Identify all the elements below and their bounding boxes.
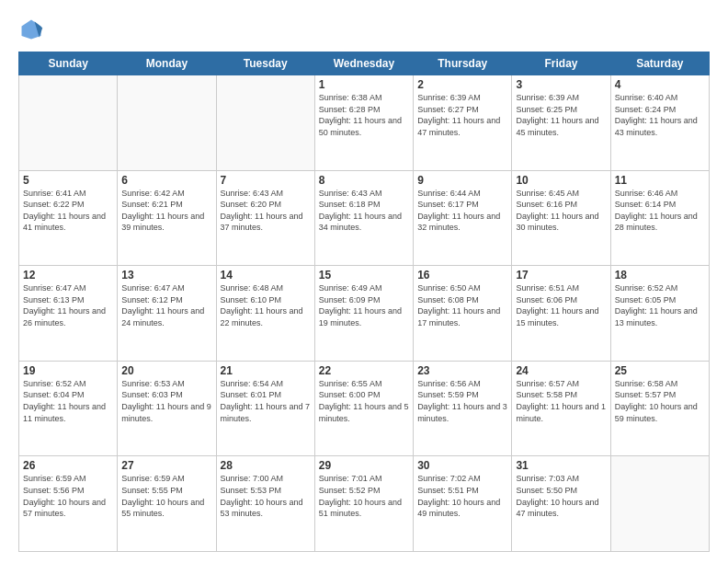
- day-info: Sunrise: 6:59 AM Sunset: 5:55 PM Dayligh…: [121, 473, 211, 519]
- day-number: 8: [319, 174, 409, 187]
- calendar-week-5: 26Sunrise: 6:59 AM Sunset: 5:56 PM Dayli…: [19, 456, 710, 552]
- calendar-cell: 20Sunrise: 6:53 AM Sunset: 6:03 PM Dayli…: [118, 361, 216, 456]
- calendar-cell: 4Sunrise: 6:40 AM Sunset: 6:24 PM Daylig…: [610, 75, 709, 171]
- calendar-cell: 15Sunrise: 6:49 AM Sunset: 6:09 PM Dayli…: [314, 266, 413, 362]
- calendar-cell: 26Sunrise: 6:59 AM Sunset: 5:56 PM Dayli…: [19, 456, 118, 552]
- day-number: 27: [121, 459, 211, 472]
- day-number: 23: [417, 364, 507, 377]
- day-number: 15: [319, 269, 409, 282]
- day-number: 28: [221, 459, 311, 472]
- calendar-cell: 24Sunrise: 6:57 AM Sunset: 5:58 PM Dayli…: [512, 361, 610, 456]
- day-number: 19: [23, 364, 113, 377]
- day-info: Sunrise: 6:38 AM Sunset: 6:28 PM Dayligh…: [319, 92, 409, 138]
- day-info: Sunrise: 6:44 AM Sunset: 6:17 PM Dayligh…: [417, 188, 507, 234]
- calendar-cell: 10Sunrise: 6:45 AM Sunset: 6:16 PM Dayli…: [512, 170, 610, 266]
- day-number: 26: [23, 459, 113, 472]
- day-header-monday: Monday: [118, 52, 216, 75]
- day-number: 30: [417, 459, 507, 472]
- calendar-cell: 16Sunrise: 6:50 AM Sunset: 6:08 PM Dayli…: [414, 266, 512, 362]
- calendar-cell: 11Sunrise: 6:46 AM Sunset: 6:14 PM Dayli…: [610, 170, 709, 266]
- day-info: Sunrise: 6:50 AM Sunset: 6:08 PM Dayligh…: [417, 282, 507, 328]
- day-info: Sunrise: 6:39 AM Sunset: 6:27 PM Dayligh…: [417, 92, 507, 138]
- day-number: 14: [221, 269, 311, 282]
- day-number: 10: [516, 174, 606, 187]
- day-info: Sunrise: 6:51 AM Sunset: 6:06 PM Dayligh…: [516, 282, 606, 328]
- day-info: Sunrise: 6:54 AM Sunset: 6:01 PM Dayligh…: [221, 378, 311, 424]
- day-number: 25: [615, 364, 705, 377]
- header: [18, 17, 710, 42]
- calendar-cell: 18Sunrise: 6:52 AM Sunset: 6:05 PM Dayli…: [610, 266, 709, 362]
- calendar-cell: 21Sunrise: 6:54 AM Sunset: 6:01 PM Dayli…: [216, 361, 314, 456]
- day-header-thursday: Thursday: [414, 52, 512, 75]
- day-info: Sunrise: 6:52 AM Sunset: 6:04 PM Dayligh…: [23, 378, 113, 424]
- day-info: Sunrise: 6:52 AM Sunset: 6:05 PM Dayligh…: [615, 282, 705, 328]
- day-header-wednesday: Wednesday: [314, 52, 413, 75]
- day-number: 18: [615, 269, 705, 282]
- calendar-cell: 6Sunrise: 6:42 AM Sunset: 6:21 PM Daylig…: [118, 170, 216, 266]
- day-info: Sunrise: 6:46 AM Sunset: 6:14 PM Dayligh…: [615, 188, 705, 234]
- day-info: Sunrise: 6:39 AM Sunset: 6:25 PM Dayligh…: [516, 92, 606, 138]
- day-info: Sunrise: 6:47 AM Sunset: 6:12 PM Dayligh…: [121, 282, 211, 328]
- day-info: Sunrise: 6:45 AM Sunset: 6:16 PM Dayligh…: [516, 188, 606, 234]
- day-info: Sunrise: 6:49 AM Sunset: 6:09 PM Dayligh…: [319, 282, 409, 328]
- day-info: Sunrise: 7:02 AM Sunset: 5:51 PM Dayligh…: [417, 473, 507, 519]
- calendar-cell: [118, 75, 216, 171]
- calendar-table: SundayMondayTuesdayWednesdayThursdayFrid…: [18, 52, 710, 552]
- calendar-cell: 25Sunrise: 6:58 AM Sunset: 5:57 PM Dayli…: [610, 361, 709, 456]
- calendar-cell: 2Sunrise: 6:39 AM Sunset: 6:27 PM Daylig…: [414, 75, 512, 171]
- day-info: Sunrise: 6:43 AM Sunset: 6:20 PM Dayligh…: [221, 188, 311, 234]
- day-number: 12: [23, 269, 113, 282]
- day-header-friday: Friday: [512, 52, 610, 75]
- day-number: 11: [615, 174, 705, 187]
- day-header-sunday: Sunday: [19, 52, 118, 75]
- calendar-week-4: 19Sunrise: 6:52 AM Sunset: 6:04 PM Dayli…: [19, 361, 710, 456]
- logo: [18, 17, 48, 42]
- day-info: Sunrise: 6:55 AM Sunset: 6:00 PM Dayligh…: [319, 378, 409, 424]
- calendar-cell: 31Sunrise: 7:03 AM Sunset: 5:50 PM Dayli…: [512, 456, 610, 552]
- day-info: Sunrise: 6:43 AM Sunset: 6:18 PM Dayligh…: [319, 188, 409, 234]
- page: SundayMondayTuesdayWednesdayThursdayFrid…: [0, 0, 728, 563]
- logo-icon: [18, 17, 44, 42]
- calendar-cell: 9Sunrise: 6:44 AM Sunset: 6:17 PM Daylig…: [414, 170, 512, 266]
- calendar-week-2: 5Sunrise: 6:41 AM Sunset: 6:22 PM Daylig…: [19, 170, 710, 266]
- day-info: Sunrise: 6:40 AM Sunset: 6:24 PM Dayligh…: [615, 92, 705, 138]
- calendar-cell: 13Sunrise: 6:47 AM Sunset: 6:12 PM Dayli…: [118, 266, 216, 362]
- calendar-cell: 14Sunrise: 6:48 AM Sunset: 6:10 PM Dayli…: [216, 266, 314, 362]
- day-info: Sunrise: 7:03 AM Sunset: 5:50 PM Dayligh…: [516, 473, 606, 519]
- day-info: Sunrise: 6:47 AM Sunset: 6:13 PM Dayligh…: [23, 282, 113, 328]
- day-number: 29: [319, 459, 409, 472]
- calendar-cell: 22Sunrise: 6:55 AM Sunset: 6:00 PM Dayli…: [314, 361, 413, 456]
- day-number: 31: [516, 459, 606, 472]
- calendar-cell: 5Sunrise: 6:41 AM Sunset: 6:22 PM Daylig…: [19, 170, 118, 266]
- day-info: Sunrise: 7:00 AM Sunset: 5:53 PM Dayligh…: [221, 473, 311, 519]
- calendar-cell: 29Sunrise: 7:01 AM Sunset: 5:52 PM Dayli…: [314, 456, 413, 552]
- day-number: 9: [417, 174, 507, 187]
- day-info: Sunrise: 6:53 AM Sunset: 6:03 PM Dayligh…: [121, 378, 211, 424]
- calendar-cell: 23Sunrise: 6:56 AM Sunset: 5:59 PM Dayli…: [414, 361, 512, 456]
- day-number: 17: [516, 269, 606, 282]
- day-number: 2: [417, 78, 507, 91]
- calendar-week-1: 1Sunrise: 6:38 AM Sunset: 6:28 PM Daylig…: [19, 75, 710, 171]
- day-number: 3: [516, 78, 606, 91]
- day-number: 1: [319, 78, 409, 91]
- calendar-cell: [19, 75, 118, 171]
- day-number: 4: [615, 78, 705, 91]
- calendar-week-3: 12Sunrise: 6:47 AM Sunset: 6:13 PM Dayli…: [19, 266, 710, 362]
- day-info: Sunrise: 6:58 AM Sunset: 5:57 PM Dayligh…: [615, 378, 705, 424]
- calendar-header-row: SundayMondayTuesdayWednesdayThursdayFrid…: [19, 52, 710, 75]
- day-number: 22: [319, 364, 409, 377]
- day-number: 7: [221, 174, 311, 187]
- calendar-cell: 7Sunrise: 6:43 AM Sunset: 6:20 PM Daylig…: [216, 170, 314, 266]
- day-info: Sunrise: 6:57 AM Sunset: 5:58 PM Dayligh…: [516, 378, 606, 424]
- day-info: Sunrise: 6:48 AM Sunset: 6:10 PM Dayligh…: [221, 282, 311, 328]
- calendar-cell: 1Sunrise: 6:38 AM Sunset: 6:28 PM Daylig…: [314, 75, 413, 171]
- day-number: 5: [23, 174, 113, 187]
- day-number: 13: [121, 269, 211, 282]
- day-info: Sunrise: 6:42 AM Sunset: 6:21 PM Dayligh…: [121, 188, 211, 234]
- calendar-cell: 17Sunrise: 6:51 AM Sunset: 6:06 PM Dayli…: [512, 266, 610, 362]
- calendar-cell: 19Sunrise: 6:52 AM Sunset: 6:04 PM Dayli…: [19, 361, 118, 456]
- calendar-cell: 3Sunrise: 6:39 AM Sunset: 6:25 PM Daylig…: [512, 75, 610, 171]
- calendar-cell: 8Sunrise: 6:43 AM Sunset: 6:18 PM Daylig…: [314, 170, 413, 266]
- calendar-cell: [216, 75, 314, 171]
- day-info: Sunrise: 6:41 AM Sunset: 6:22 PM Dayligh…: [23, 188, 113, 234]
